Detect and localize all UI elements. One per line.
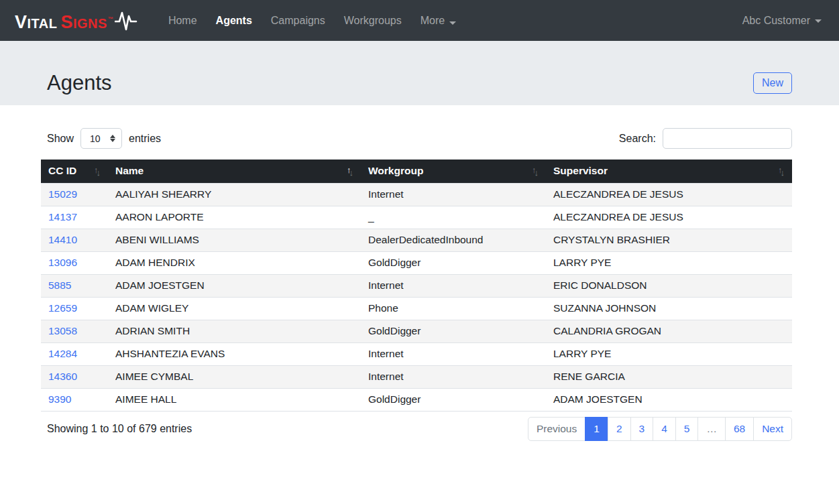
- page-previous: Previous: [528, 417, 585, 441]
- column-header-cc-id[interactable]: CC ID↑↓: [41, 160, 108, 183]
- table-row: 14360AIMEE CYMBALInternetRENE GARCIA: [41, 365, 792, 388]
- cc-id-link[interactable]: 14360: [48, 371, 77, 382]
- table-row: 12659ADAM WIGLEYPhoneSUZANNA JOHNSON: [41, 297, 792, 320]
- table-header-row: CC ID↑↓Name↑↓Workgroup↑↓Supervisor↑↓: [41, 160, 792, 183]
- page-1[interactable]: 1: [585, 417, 608, 441]
- new-button[interactable]: New: [753, 72, 792, 94]
- cell-supervisor: LARRY PYE: [546, 342, 792, 365]
- cc-id-link[interactable]: 13096: [48, 257, 77, 268]
- nav-item-home[interactable]: Home: [159, 9, 207, 32]
- select-stepper-icon: [110, 135, 115, 142]
- brand-logo[interactable]: VITAL SIGNS ™: [15, 8, 137, 33]
- cc-id-link[interactable]: 14137: [48, 211, 77, 223]
- page-ellipsis: …: [697, 417, 726, 441]
- cell-name: AALIYAH SHEARRY: [108, 183, 361, 206]
- cell-supervisor: ADAM JOESTGEN: [546, 388, 792, 411]
- cell-workgroup: DealerDedicatedInbound: [361, 229, 546, 251]
- page-68[interactable]: 68: [725, 417, 754, 441]
- cell-name: ABENI WILLIAMS: [108, 229, 361, 251]
- content: Show 10 entries Search: CC ID↑↓Name↑↓Wor…: [41, 128, 792, 441]
- cell-workgroup: GoldDigger: [361, 320, 546, 342]
- cell-supervisor: ALECZANDREA DE JESUS: [546, 206, 792, 229]
- cell-workgroup: Internet: [361, 365, 546, 388]
- nav-item-more[interactable]: More: [411, 9, 465, 32]
- cell-cc-id: 14137: [41, 206, 108, 229]
- cc-id-link[interactable]: 15029: [48, 188, 77, 200]
- table-row: 13058ADRIAN SMITHGoldDiggerCALANDRIA GRO…: [41, 320, 792, 342]
- sort-asc-icon: ↑↓: [347, 166, 353, 176]
- cc-id-link[interactable]: 9390: [48, 393, 71, 405]
- cell-supervisor: CALANDRIA GROGAN: [546, 320, 792, 342]
- nav-item-agents[interactable]: Agents: [207, 9, 262, 32]
- nav-item-workgroups[interactable]: Workgroups: [335, 9, 411, 32]
- cell-workgroup: GoldDigger: [361, 251, 546, 274]
- pagination: Previous12345…68Next: [528, 417, 792, 441]
- cell-name: ADAM JOESTGEN: [108, 274, 361, 297]
- trademark-symbol: ™: [108, 16, 113, 22]
- column-label: CC ID: [48, 165, 76, 177]
- cell-workgroup: _: [361, 206, 546, 229]
- page-next[interactable]: Next: [753, 417, 792, 441]
- nav-menu: HomeAgentsCampaignsWorkgroupsMore: [159, 9, 465, 32]
- chevron-down-icon: [449, 21, 456, 25]
- cc-id-link[interactable]: 5885: [48, 279, 71, 291]
- search-label: Search:: [619, 133, 656, 145]
- cell-supervisor: CRYSTALYN BRASHIER: [546, 229, 792, 251]
- cell-workgroup: GoldDigger: [361, 388, 546, 411]
- page-5[interactable]: 5: [675, 417, 699, 441]
- table-info: Showing 1 to 10 of 679 entries: [41, 423, 192, 435]
- cell-workgroup: Internet: [361, 183, 546, 206]
- column-label: Workgroup: [368, 165, 423, 177]
- cell-cc-id: 13058: [41, 320, 108, 342]
- page-length-control: Show 10 entries: [41, 128, 161, 149]
- cell-name: ADRIAN SMITH: [108, 320, 361, 342]
- table-row: 14137AARON LAPORTE_ALECZANDREA DE JESUS: [41, 206, 792, 229]
- cell-cc-id: 14284: [41, 342, 108, 365]
- page-4[interactable]: 4: [653, 417, 676, 441]
- table-row: 13096ADAM HENDRIXGoldDiggerLARRY PYE: [41, 251, 792, 274]
- nav-item-campaigns[interactable]: Campaigns: [262, 9, 335, 32]
- cc-id-link[interactable]: 14410: [48, 234, 77, 245]
- cell-supervisor: ALECZANDREA DE JESUS: [546, 183, 792, 206]
- sort-both-icon: ↑↓: [94, 166, 101, 176]
- cell-name: ADAM HENDRIX: [108, 251, 361, 274]
- page-3[interactable]: 3: [630, 417, 654, 441]
- cell-supervisor: ERIC DONALDSON: [546, 274, 792, 297]
- page-length-select[interactable]: 10: [80, 128, 122, 149]
- navbar: VITAL SIGNS ™ HomeAgentsCampaignsWorkgro…: [0, 0, 839, 41]
- cell-supervisor: SUZANNA JOHNSON: [546, 297, 792, 320]
- cell-name: AIMEE CYMBAL: [108, 365, 361, 388]
- cell-cc-id: 5885: [41, 274, 108, 297]
- cell-supervisor: RENE GARCIA: [546, 365, 792, 388]
- sort-both-icon: ↑↓: [778, 166, 785, 176]
- cc-id-link[interactable]: 14284: [48, 348, 77, 359]
- cell-workgroup: Phone: [361, 297, 546, 320]
- table-row: 9390AIMEE HALLGoldDiggerADAM JOESTGEN: [41, 388, 792, 411]
- cell-cc-id: 14360: [41, 365, 108, 388]
- page-length-value: 10: [90, 133, 101, 144]
- table-row: 15029AALIYAH SHEARRYInternetALECZANDREA …: [41, 183, 792, 206]
- cell-cc-id: 15029: [41, 183, 108, 206]
- brand-text-signs: SIGNS: [60, 12, 107, 33]
- table-row: 14284AHSHANTEZIA EVANSInternetLARRY PYE: [41, 342, 792, 365]
- cell-cc-id: 14410: [41, 229, 108, 251]
- cc-id-link[interactable]: 13058: [48, 325, 77, 336]
- cell-name: AIMEE HALL: [108, 388, 361, 411]
- column-header-name[interactable]: Name↑↓: [108, 160, 361, 183]
- cell-name: AHSHANTEZIA EVANS: [108, 342, 361, 365]
- user-menu-label: Abc Customer: [742, 15, 810, 27]
- table-row: 5885ADAM JOESTGENInternetERIC DONALDSON: [41, 274, 792, 297]
- page-header: Agents New: [0, 41, 839, 105]
- column-header-supervisor[interactable]: Supervisor↑↓: [546, 160, 792, 183]
- pulse-icon: [115, 11, 137, 31]
- cc-id-link[interactable]: 12659: [48, 302, 77, 314]
- cell-cc-id: 9390: [41, 388, 108, 411]
- sort-both-icon: ↑↓: [532, 166, 539, 176]
- cell-workgroup: Internet: [361, 274, 546, 297]
- user-menu[interactable]: Abc Customer: [742, 15, 822, 27]
- column-label: Supervisor: [553, 165, 608, 177]
- page-2[interactable]: 2: [608, 417, 631, 441]
- column-header-workgroup[interactable]: Workgroup↑↓: [361, 160, 546, 183]
- search-input[interactable]: [663, 128, 792, 149]
- search-control: Search:: [619, 128, 792, 149]
